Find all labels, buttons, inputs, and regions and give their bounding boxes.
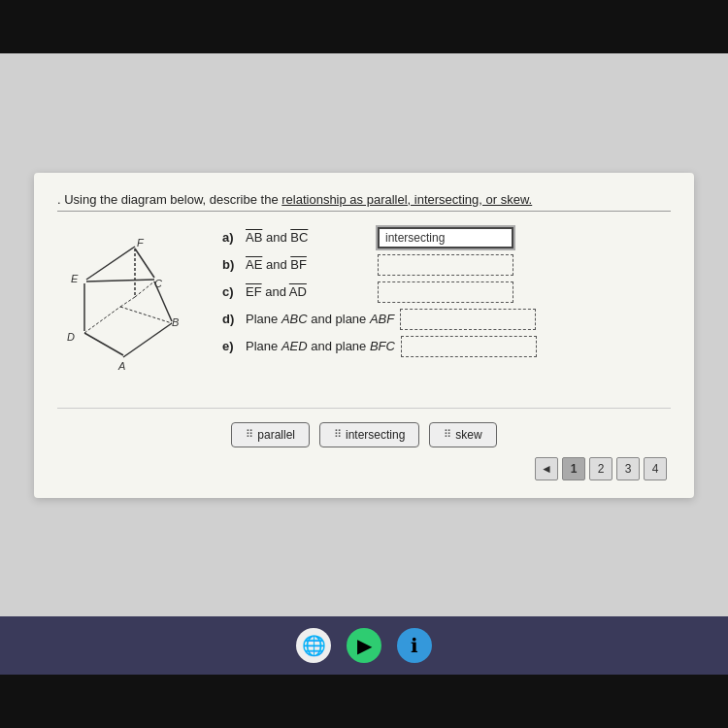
text-b-part2: BF: [290, 257, 307, 272]
text-b-connector: and: [266, 257, 290, 272]
bottom-bar: [0, 675, 728, 728]
svg-line-15: [120, 307, 172, 323]
page-3-button[interactable]: 3: [616, 457, 640, 480]
label-d: d): [222, 312, 240, 326]
text-d: Plane ABC and plane ABF: [246, 312, 394, 326]
screen: . Using the diagram below, describe the …: [0, 53, 728, 616]
question-row-a: a) AB and BC intersecting: [222, 227, 671, 248]
options-bar: ⠿ parallel ⠿ intersecting ⠿ skew: [57, 408, 671, 447]
option-parallel[interactable]: ⠿ parallel: [231, 422, 310, 447]
label-b: b): [222, 257, 240, 272]
label-e: e): [222, 339, 240, 353]
svg-text:D: D: [67, 331, 75, 343]
text-c-part1: EF: [246, 284, 262, 299]
svg-line-11: [84, 333, 123, 355]
label-c: c): [222, 284, 240, 299]
svg-line-8: [154, 281, 172, 321]
question-row-e: e) Plane AED and plane BFC: [222, 336, 671, 357]
play-icon[interactable]: ▶: [347, 628, 381, 663]
page-2-button[interactable]: 2: [589, 457, 612, 480]
option-skew[interactable]: ⠿ skew: [429, 422, 496, 447]
text-a-part2: BC: [290, 230, 308, 245]
text-b: AE and BF: [246, 257, 372, 272]
questions-area: a) AB and BC intersecting b) AE: [222, 227, 671, 357]
svg-line-3: [135, 248, 154, 278]
option-intersecting-label: intersecting: [346, 428, 405, 442]
text-a: AB and BC: [246, 230, 372, 245]
instruction-text: . Using the diagram below, describe the …: [57, 192, 671, 212]
text-c-connector: and: [265, 284, 289, 299]
main-area: F E C D B: [57, 225, 671, 388]
page-1-button[interactable]: 1: [562, 457, 585, 480]
content-card: . Using the diagram below, describe the …: [34, 173, 694, 498]
answer-box-a[interactable]: intersecting: [378, 227, 513, 248]
svg-line-5: [86, 280, 154, 281]
label-a: a): [222, 230, 240, 245]
svg-line-0: [86, 247, 135, 280]
svg-line-17: [135, 281, 154, 297]
svg-text:F: F: [137, 237, 145, 248]
option-intersecting[interactable]: ⠿ intersecting: [319, 422, 419, 447]
diagram-area: F E C D B: [57, 229, 213, 388]
question-row-d: d) Plane ABC and plane ABF: [222, 309, 671, 330]
info-icon[interactable]: ℹ: [397, 628, 432, 663]
svg-text:E: E: [71, 273, 79, 284]
svg-text:B: B: [172, 316, 179, 328]
svg-line-16: [120, 297, 135, 307]
option-skew-label: skew: [455, 428, 481, 442]
text-e: Plane AED and plane BFC: [246, 339, 395, 353]
drag-icon-intersecting: ⠿: [334, 428, 342, 441]
taskbar: 🌐 ▶ ℹ: [0, 616, 728, 675]
page-4-button[interactable]: 4: [644, 457, 667, 480]
text-a-connector: and: [266, 230, 290, 245]
text-a-part1: AB: [246, 230, 262, 245]
text-c: EF and AD: [246, 284, 372, 299]
drag-icon-skew: ⠿: [444, 428, 451, 441]
top-bar: [0, 0, 728, 53]
geometry-diagram: F E C D B: [57, 229, 208, 384]
chrome-icon[interactable]: 🌐: [296, 628, 331, 663]
answer-text-a: intersecting: [385, 231, 445, 245]
answer-box-b[interactable]: [378, 254, 513, 276]
prev-button[interactable]: ◄: [535, 457, 558, 480]
answer-box-e[interactable]: [401, 336, 537, 357]
question-row-b: b) AE and BF: [222, 254, 671, 276]
svg-line-14: [84, 307, 120, 333]
question-row-c: c) EF and AD: [222, 281, 671, 303]
option-parallel-label: parallel: [257, 428, 295, 442]
answer-box-c[interactable]: [378, 281, 513, 303]
pagination: ◄ 1 2 3 4: [57, 457, 671, 480]
svg-line-13: [123, 323, 172, 357]
text-c-part2: AD: [289, 284, 307, 299]
svg-text:A: A: [117, 360, 125, 372]
text-b-part1: AE: [246, 257, 262, 272]
answer-box-d[interactable]: [400, 309, 536, 330]
drag-icon-parallel: ⠿: [246, 428, 253, 441]
